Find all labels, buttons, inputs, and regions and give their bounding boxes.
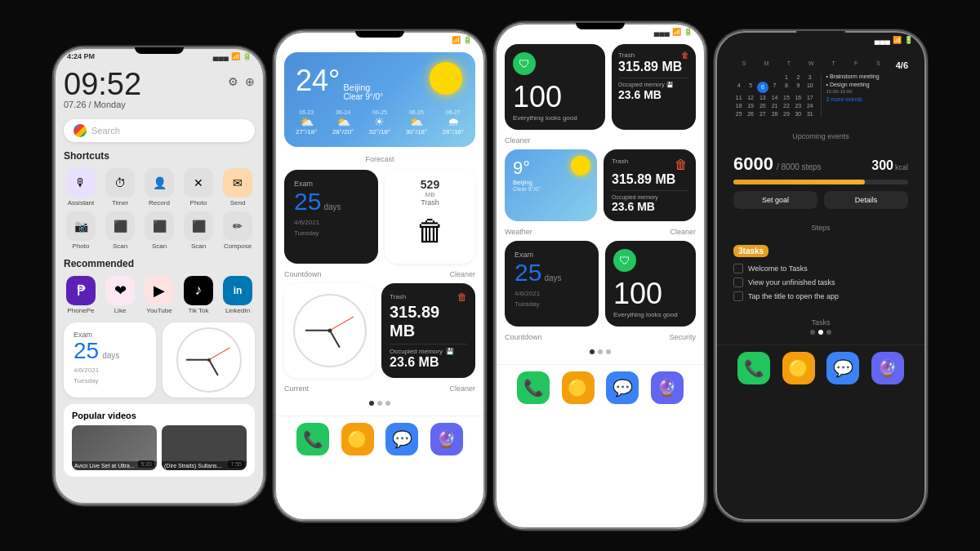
- p3-dock-chat[interactable]: 💬: [606, 371, 639, 404]
- p3-cleaner-top[interactable]: Trash 🗑 315.89 MB Occupied memory 💾 23.6…: [612, 44, 696, 130]
- task-checkbox-1[interactable]: [733, 264, 743, 273]
- p2-occupied-icon: 💾: [446, 348, 454, 355]
- rec-phonepe[interactable]: ₱ PhonePe: [64, 276, 98, 314]
- rec-linkedin[interactable]: in LinkedIn: [220, 276, 255, 314]
- p2-cleaner-number: 529: [393, 178, 467, 191]
- p2-dot-3: [385, 401, 390, 406]
- p2-dock-chat[interactable]: 💬: [385, 423, 418, 455]
- p2-cleaner-label: Trash: [393, 198, 467, 207]
- weather-widget-large[interactable]: 24° Beijing Clear 9°/0° 06-23 ⛅ 27°/18° …: [284, 52, 475, 147]
- p3-countdown-widget[interactable]: Exam 25 days 4/6/2021 Tuesday: [505, 241, 599, 327]
- recommended-title: Recommended: [64, 258, 255, 269]
- p3-security-widget[interactable]: 🛡 100 Everything looks good: [505, 44, 605, 130]
- p3-cleaner-label2: Cleaner: [670, 228, 696, 236]
- forecast-row: 06-23 ⛅ 27°/18° 06-24 ⛅ 28°/20° 06-25 ☀ …: [296, 109, 464, 136]
- p3-dot-3: [606, 349, 611, 354]
- p3-countdown-day: Tuesday: [514, 300, 589, 308]
- rec-like[interactable]: ❤ Like: [103, 276, 137, 314]
- p2-countdown-date: 4/6/2021: [294, 219, 368, 226]
- countdown-date: 4/6/2021: [74, 367, 146, 374]
- shortcut-scan3[interactable]: ⬛ Scan: [181, 211, 216, 250]
- recommended-section: Recommended ₱ PhonePe ❤ Like ▶ YouTube: [64, 258, 255, 314]
- p2-dock-phone[interactable]: 📞: [296, 423, 329, 455]
- widget-row-countdown-cleaner: Exam 25 days 4/6/2021 Tuesday 529 MB Tra…: [284, 170, 475, 264]
- p2-cleaner-dark-widget[interactable]: Trash 🗑 315.89 MB Occupied memory 💾 23.6…: [381, 283, 475, 378]
- p3-countdown-number: 25: [514, 259, 541, 287]
- shortcut-record[interactable]: 👤 Record: [142, 168, 176, 207]
- p2-clock-widget[interactable]: [284, 283, 375, 378]
- steps-set-goal-btn[interactable]: Set goal: [733, 191, 817, 209]
- shortcut-camera[interactable]: 📷 Photo: [64, 211, 98, 250]
- p2-cleaner-unit: MB: [393, 191, 467, 198]
- tasks-label: Tasks: [725, 318, 916, 327]
- phone2-signal-icon: ▄▄▄: [434, 36, 449, 44]
- p2-cleaner-widget[interactable]: 529 MB Trash 🗑: [385, 170, 475, 264]
- cal-header-s1: S: [733, 60, 755, 69]
- steps-widget[interactable]: 6000 / 8000 steps 300 kcal Set goal Deta…: [725, 145, 916, 217]
- task-text-3: Tap the title to open the app: [748, 292, 839, 300]
- recommended-grid: ₱ PhonePe ❤ Like ▶ YouTube ♪ Tik Tok: [64, 276, 255, 314]
- tasks-widget[interactable]: 3tasks Welcome to Tasks View your unfini…: [725, 237, 916, 313]
- p3-cleaner-sm[interactable]: Trash 🗑 315.89 MB Occupied memory 23.6 M…: [604, 149, 696, 221]
- p4-page-dots: [725, 327, 916, 338]
- p3-countdown-date: 4/6/2021: [514, 290, 589, 297]
- shortcut-timer[interactable]: ⏱ Timer: [103, 168, 137, 207]
- p3-countdown-label: Exam: [514, 251, 589, 259]
- phone2-battery-icon: 🔋: [463, 36, 472, 44]
- phone1-settings-icon[interactable]: ⚙: [228, 75, 238, 88]
- phone1-battery-icon: 🔋: [243, 52, 252, 60]
- p3-dock-msg[interactable]: 🟡: [562, 371, 595, 404]
- steps-label: Steps: [725, 224, 916, 232]
- shortcut-scan1[interactable]: ⬛ Scan: [103, 211, 137, 250]
- countdown-label: Exam: [74, 331, 146, 339]
- clock-face: [176, 327, 242, 393]
- countdown-widget[interactable]: Exam 25 days 4/6/2021 Tuesday: [64, 322, 156, 398]
- shortcut-assistant[interactable]: 🎙 Assistant: [64, 168, 98, 207]
- task-checkbox-2[interactable]: [733, 278, 743, 287]
- shortcut-send[interactable]: ✉ Send: [220, 168, 255, 207]
- p2-dock-app[interactable]: 🔮: [430, 423, 463, 455]
- steps-buttons: Set goal Details: [733, 191, 908, 209]
- weather-sun-icon: [430, 62, 462, 95]
- google-logo-icon: [74, 124, 87, 137]
- clock-widget[interactable]: [163, 322, 255, 398]
- p4-dock-chat[interactable]: 💬: [826, 352, 859, 384]
- steps-details-btn[interactable]: Details: [824, 191, 908, 209]
- tasks-header: 3tasks: [733, 245, 908, 257]
- p3-dock-phone[interactable]: 📞: [517, 371, 550, 404]
- cal-header-t1: T: [778, 60, 800, 69]
- calendar-widget[interactable]: S M T W T F S 4/6: [725, 52, 916, 126]
- p2-dock-msg[interactable]: 🟡: [341, 423, 374, 455]
- countdown-number: 25: [74, 339, 99, 364]
- p3-cleaner-label: Cleaner: [505, 136, 531, 144]
- p2-cleaner-label2: Cleaner: [449, 384, 475, 393]
- popular-videos-section: Popular videos 5:20 Avicii Live Set at U…: [64, 404, 255, 477]
- p2-countdown-widget[interactable]: Exam 25 days 4/6/2021 Tuesday: [284, 170, 378, 264]
- p3-security-bottom[interactable]: 🛡 100 Everything looks good: [605, 241, 696, 327]
- shortcut-photo[interactable]: ✕ Photo: [181, 168, 216, 207]
- phone1-search-bar[interactable]: Search: [64, 119, 255, 142]
- shortcut-compose[interactable]: ✏ Compose: [220, 211, 255, 250]
- widgets-row-countdown: Exam 25 days 4/6/2021 Tuesday: [64, 322, 255, 398]
- video-thumb-2[interactable]: 7:55 (Dire Straits) Sultans...: [162, 425, 247, 470]
- phone1-add-icon[interactable]: ⊕: [245, 75, 255, 88]
- task-item-1: Welcome to Tasks: [733, 264, 908, 273]
- cal-header-w: W: [800, 60, 822, 69]
- p2-dock: 📞 🟡 💬 🔮: [274, 415, 485, 462]
- p3-weather-widget[interactable]: 9° Beijing Clear 9°/0°: [505, 149, 597, 221]
- p3-dock-app[interactable]: 🔮: [651, 371, 684, 404]
- p3-security-score-2: 100: [613, 277, 688, 311]
- rec-youtube[interactable]: ▶ YouTube: [142, 276, 176, 314]
- forecast-day-1: 06-23 ⛅ 27°/18°: [296, 109, 317, 136]
- cal-header-m: M: [755, 60, 777, 69]
- p3-weather-sun: [571, 156, 590, 176]
- p4-dock-phone[interactable]: 📞: [737, 352, 770, 384]
- shortcut-scan2[interactable]: ⬛ Scan: [142, 211, 176, 250]
- rec-tiktok[interactable]: ♪ Tik Tok: [181, 276, 216, 314]
- video-thumb-1[interactable]: 5:20 Avicii Live Set at Ultra...: [72, 425, 157, 470]
- task-checkbox-3[interactable]: [733, 291, 743, 301]
- p4-dock-msg[interactable]: 🟡: [782, 352, 815, 384]
- p4-dock-app[interactable]: 🔮: [871, 352, 904, 384]
- cal-header-t2: T: [823, 60, 844, 69]
- phone1-signal-icon: ▄▄▄: [213, 52, 229, 60]
